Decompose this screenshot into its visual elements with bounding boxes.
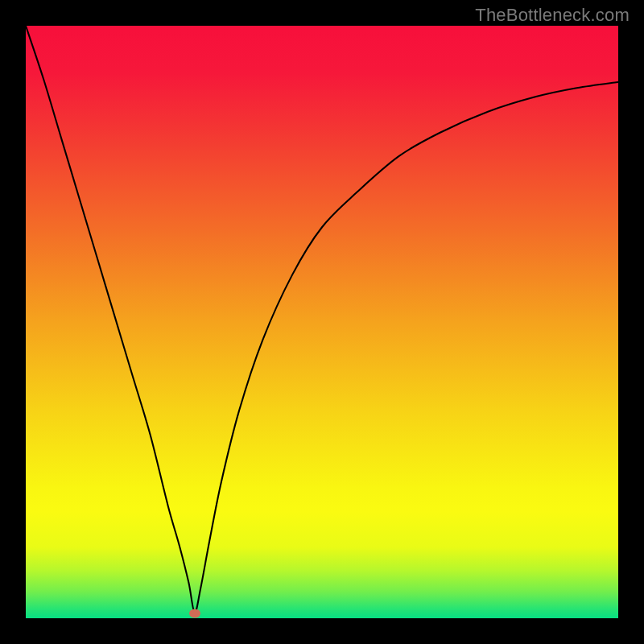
bottleneck-curve [26, 26, 618, 613]
plot-area [26, 26, 618, 618]
chart-frame: TheBottleneck.com [0, 0, 644, 644]
watermark-text: TheBottleneck.com [475, 5, 630, 26]
curve-layer [26, 26, 618, 618]
minimum-marker-icon [189, 609, 200, 618]
